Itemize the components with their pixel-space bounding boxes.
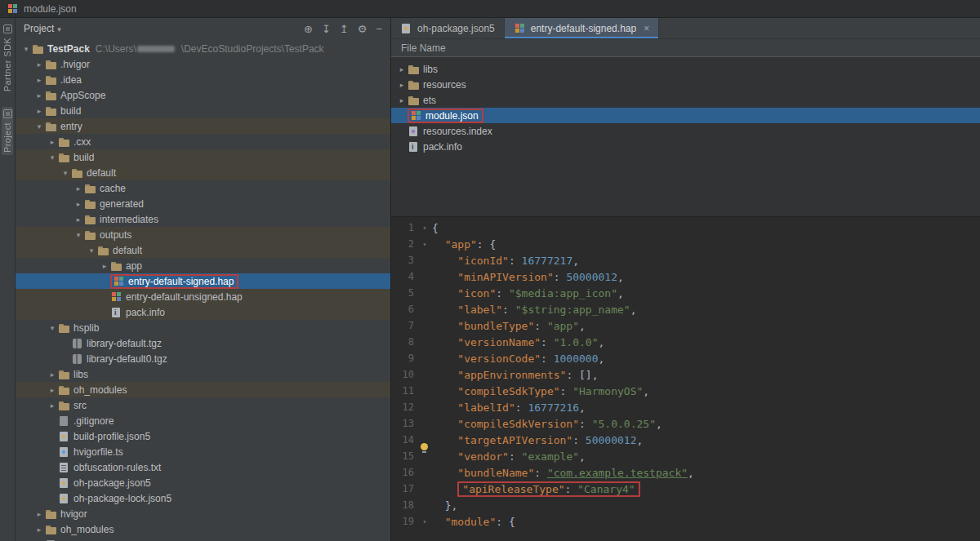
code-line-18[interactable]: 18 }, — [391, 497, 980, 513]
chevron-down-icon[interactable]: ▾ — [33, 122, 45, 131]
fold-icon[interactable]: ▾ — [417, 518, 432, 525]
tree-row-hvigorfile.ts[interactable]: hvigorfile.ts — [16, 444, 390, 459]
chevron-right-icon[interactable]: ▸ — [73, 200, 84, 208]
tree-row-intermediates[interactable]: ▸intermediates — [16, 211, 390, 227]
chevron-down-icon[interactable]: ▾ — [60, 169, 71, 177]
chevron-right-icon[interactable]: ▸ — [47, 138, 58, 146]
chevron-right-icon[interactable]: ▸ — [33, 76, 45, 84]
collapse-all-icon[interactable]: ↥ — [340, 24, 349, 34]
chevron-down-icon[interactable]: ▾ — [86, 246, 97, 255]
chevron-down-icon[interactable]: ▾ — [73, 231, 84, 239]
tree-row-cache[interactable]: ▸cache — [16, 180, 390, 196]
code-line-19[interactable]: 19▾ "module": { — [391, 513, 980, 530]
tree-row-resources[interactable]: ▸resources — [391, 77, 980, 92]
code-line-6[interactable]: 6 "label": "$string:app_name", — [391, 301, 980, 317]
chevron-right-icon[interactable]: ▸ — [47, 401, 58, 410]
tree-row-.gitignore[interactable]: .gitignore — [16, 413, 390, 428]
code-line-16[interactable]: 16 "bundleName": "com.example.testpack", — [391, 464, 980, 481]
tree-row-oh-modules[interactable]: ▸oh_modules — [16, 382, 390, 397]
chevron-right-icon[interactable]: ▸ — [33, 525, 45, 534]
code-line-9[interactable]: 9 "versionCode": 1000000, — [391, 350, 980, 366]
fold-icon[interactable]: ▾ — [417, 241, 432, 248]
tree-row-default[interactable]: ▾default — [16, 242, 390, 258]
code-line-2[interactable]: 2▾ "app": { — [391, 236, 980, 252]
tree-row-generated[interactable]: ▸generated — [16, 196, 390, 211]
tree-row-outputs[interactable]: ▾outputs — [16, 227, 390, 242]
tree-row-.gitignore[interactable]: .gitignore — [16, 537, 390, 541]
tree-row-obfuscation-rules.txt[interactable]: obfuscation-rules.txt — [16, 459, 390, 475]
tree-row-libs[interactable]: ▸libs — [16, 366, 390, 382]
tree-row-build[interactable]: ▸build — [16, 103, 390, 118]
tool-window-strip: Partner SDKProject — [0, 18, 16, 541]
tree-row-hsplib[interactable]: ▾hsplib — [16, 320, 390, 335]
tree-row-src[interactable]: ▸src — [16, 397, 390, 413]
code-line-17[interactable]: 17 "apiReleaseType": "Canary4" — [391, 481, 980, 497]
code-line-7[interactable]: 7 "bundleType": "app", — [391, 317, 980, 334]
editor-tab-entry-default-signed.hap[interactable]: entry-default-signed.hap× — [505, 18, 659, 38]
chevron-down-icon[interactable]: ▾ — [20, 45, 32, 53]
chevron-right-icon[interactable]: ▸ — [99, 262, 110, 270]
chevron-down-icon[interactable]: ▾ — [47, 153, 58, 162]
chevron-right-icon[interactable]: ▸ — [33, 510, 45, 518]
tree-row-build[interactable]: ▾build — [16, 149, 390, 165]
code-line-4[interactable]: 4 "minAPIVersion": 50000012, — [391, 268, 980, 285]
tree-row-entry-default-unsigned.hap[interactable]: entry-default-unsigned.hap — [16, 289, 390, 304]
tree-row-.hvigor[interactable]: ▸.hvigor — [16, 56, 390, 72]
chevron-right-icon[interactable]: ▸ — [396, 81, 408, 89]
close-tab-icon[interactable]: × — [644, 23, 649, 34]
code-line-13[interactable]: 13 "compileSdkVersion": "5.0.0.25", — [391, 415, 980, 432]
tree-row-libs[interactable]: ▸libs — [391, 61, 980, 77]
tree-row-.cxx[interactable]: ▸.cxx — [16, 134, 390, 149]
project-view-dropdown[interactable]: Project — [24, 23, 54, 34]
tree-row-build-profile.json5[interactable]: build-profile.json5 — [16, 428, 390, 444]
code-line-11[interactable]: 11 "compileSdkType": "HarmonyOS", — [391, 383, 980, 399]
chevron-right-icon[interactable]: ▸ — [33, 91, 45, 100]
chevron-right-icon[interactable]: ▸ — [33, 107, 45, 115]
tree-row-entry[interactable]: ▾entry — [16, 118, 390, 134]
chevron-right-icon[interactable]: ▸ — [33, 60, 45, 69]
tree-row-module.json[interactable]: module.json — [391, 108, 980, 123]
chevron-right-icon[interactable]: ▸ — [47, 370, 58, 379]
tree-row-hvigor[interactable]: ▸hvigor — [16, 506, 390, 521]
hide-panel-icon[interactable]: − — [376, 24, 382, 34]
tree-row-pack.info[interactable]: pack.info — [16, 304, 390, 320]
tree-row-library-default.tgz[interactable]: library-default.tgz — [16, 335, 390, 351]
code-line-5[interactable]: 5 "icon": "$media:app_icon", — [391, 285, 980, 301]
editor-tab-oh-package.json5[interactable]: oh-package.json5 — [391, 18, 505, 38]
intention-bulb-icon[interactable] — [421, 443, 429, 453]
tree-row-default[interactable]: ▾default — [16, 165, 390, 180]
tree-row-library-default0.tgz[interactable]: library-default0.tgz — [16, 351, 390, 366]
code-line-15[interactable]: 15 "vendor": "example", — [391, 448, 980, 464]
fold-icon[interactable]: ▾ — [417, 224, 432, 232]
code-line-3[interactable]: 3 "iconId": 16777217, — [391, 252, 980, 268]
tool-window-button-project[interactable]: Project — [2, 107, 13, 155]
expand-all-icon[interactable]: ↧ — [322, 24, 331, 34]
tree-row-testpack[interactable]: ▾TestPackC:\Users\\DevEcoStudioProjects\… — [16, 41, 390, 56]
chevron-right-icon[interactable]: ▸ — [73, 184, 84, 193]
tree-row-appscope[interactable]: ▸AppScope — [16, 87, 390, 103]
code-line-10[interactable]: 10 "appEnvironments": [], — [391, 366, 980, 383]
settings-gear-icon[interactable]: ⚙ — [358, 24, 368, 34]
chevron-down-icon[interactable]: ▾ — [57, 24, 61, 33]
tree-row-pack.info[interactable]: pack.info — [391, 139, 980, 154]
code-line-12[interactable]: 12 "labelId": 16777216, — [391, 399, 980, 415]
chevron-right-icon[interactable]: ▸ — [396, 96, 408, 104]
code-editor[interactable]: 1▾{2▾ "app": {3 "iconId": 16777217,4 "mi… — [391, 217, 980, 541]
code-line-8[interactable]: 8 "versionName": "1.0.0", — [391, 334, 980, 350]
code-line-14[interactable]: 14 "targetAPIVersion": 50000012, — [391, 432, 980, 448]
tree-row-app[interactable]: ▸app — [16, 258, 390, 273]
code-line-1[interactable]: 1▾{ — [391, 220, 980, 236]
chevron-right-icon[interactable]: ▸ — [396, 65, 408, 73]
tree-row-oh-modules[interactable]: ▸oh_modules — [16, 521, 390, 537]
locate-file-icon[interactable]: ⊕ — [304, 24, 313, 34]
tree-row-.idea[interactable]: ▸.idea — [16, 72, 390, 87]
tree-row-ets[interactable]: ▸ets — [391, 92, 980, 108]
tool-window-button-partner-sdk[interactable]: Partner SDK — [2, 22, 13, 94]
chevron-down-icon[interactable]: ▾ — [47, 324, 58, 332]
tree-row-resources.index[interactable]: resources.index — [391, 123, 980, 139]
tree-row-oh-package.json5[interactable]: oh-package.json5 — [16, 475, 390, 490]
chevron-right-icon[interactable]: ▸ — [73, 215, 84, 224]
tree-row-oh-package-lock.json5[interactable]: oh-package-lock.json5 — [16, 490, 390, 506]
tree-row-entry-default-signed.hap[interactable]: entry-default-signed.hap — [16, 273, 390, 289]
chevron-right-icon[interactable]: ▸ — [47, 386, 58, 394]
